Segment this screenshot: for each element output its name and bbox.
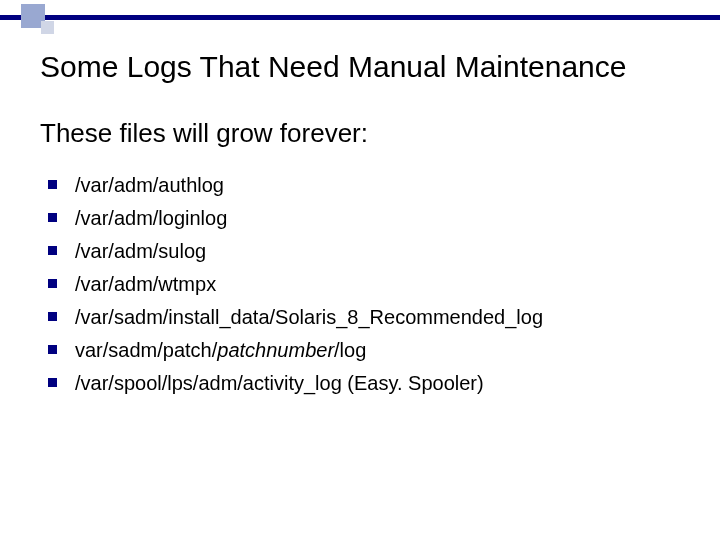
text-part: /log (334, 339, 366, 361)
header-decoration (0, 0, 720, 34)
list-item: var/sadm/patch/patchnumber/log (48, 337, 543, 363)
bullet-icon (48, 378, 57, 387)
list-item-text: /var/adm/wtmpx (75, 271, 216, 297)
slide: Some Logs That Need Manual Maintenance T… (0, 0, 720, 540)
header-square-small (41, 21, 54, 34)
list-item: /var/adm/wtmpx (48, 271, 543, 297)
list-item-text: /var/adm/loginlog (75, 205, 227, 231)
bullet-list: /var/adm/authlog /var/adm/loginlog /var/… (48, 172, 543, 403)
list-item: /var/adm/sulog (48, 238, 543, 264)
list-item: /var/sadm/install_data/Solaris_8_Recomme… (48, 304, 543, 330)
slide-subtitle: These files will grow forever: (40, 118, 368, 149)
list-item: /var/adm/loginlog (48, 205, 543, 231)
header-bar (0, 15, 720, 20)
slide-title: Some Logs That Need Manual Maintenance (40, 50, 626, 84)
bullet-icon (48, 180, 57, 189)
list-item-text: /var/spool/lps/adm/activity_log (Easy. S… (75, 370, 484, 396)
list-item: /var/spool/lps/adm/activity_log (Easy. S… (48, 370, 543, 396)
bullet-icon (48, 246, 57, 255)
bullet-icon (48, 279, 57, 288)
bullet-icon (48, 312, 57, 321)
text-italic: patchnumber (217, 339, 334, 361)
list-item-text: var/sadm/patch/patchnumber/log (75, 337, 366, 363)
list-item-text: /var/sadm/install_data/Solaris_8_Recomme… (75, 304, 543, 330)
list-item-text: /var/adm/authlog (75, 172, 224, 198)
bullet-icon (48, 213, 57, 222)
bullet-icon (48, 345, 57, 354)
text-part: var/sadm/patch/ (75, 339, 217, 361)
list-item-text: /var/adm/sulog (75, 238, 206, 264)
list-item: /var/adm/authlog (48, 172, 543, 198)
